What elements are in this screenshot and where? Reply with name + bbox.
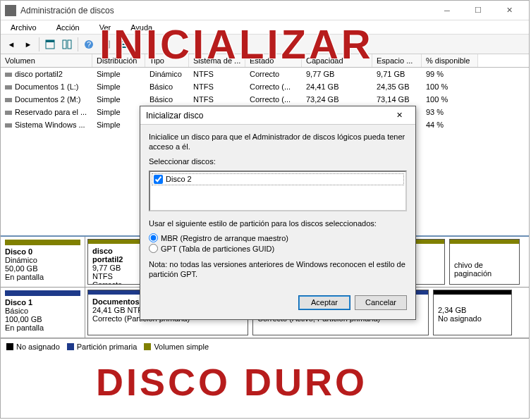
titlebar: Administración de discos ─ ☐ ✕: [1, 1, 529, 20]
minimize-button[interactable]: ─: [432, 1, 463, 20]
col-distribucion[interactable]: Distribución: [92, 54, 145, 67]
window-title: Administración de discos: [20, 6, 432, 16]
mbr-radio[interactable]: MBR (Registro de arranque maestro): [149, 233, 407, 243]
back-icon[interactable]: ◄: [4, 37, 19, 52]
partition-style-label: Usar el siguiente estilo de partición pa…: [149, 218, 407, 228]
settings-icon[interactable]: [98, 37, 114, 52]
maximize-button[interactable]: ☐: [463, 1, 494, 20]
svg-rect-3: [68, 40, 71, 49]
col-capacidad[interactable]: Capacidad: [302, 54, 372, 67]
cancel-button[interactable]: Cancelar: [355, 295, 407, 310]
svg-rect-2: [63, 40, 66, 49]
svg-text:?: ?: [87, 40, 91, 49]
col-sistema[interactable]: Sistema de ...: [189, 54, 245, 67]
disk2-checkbox[interactable]: [154, 175, 163, 184]
col-pct[interactable]: % disponible: [422, 54, 478, 67]
svg-rect-6: [102, 41, 109, 48]
table-row[interactable]: Documentos 1 (L:)SimpleBásicoNTFSCorrect…: [1, 80, 529, 93]
col-tipo[interactable]: Tipo: [145, 54, 189, 67]
menu-ayuda[interactable]: Ayuda: [125, 23, 158, 32]
close-button[interactable]: ✕: [494, 1, 525, 20]
menu-ver[interactable]: Ver: [94, 23, 117, 32]
ok-button[interactable]: Aceptar: [298, 295, 350, 310]
disk-name: Disco 0: [5, 247, 80, 256]
help-icon[interactable]: ?: [81, 37, 97, 52]
col-volumen[interactable]: Volumen: [1, 54, 92, 67]
view-icon[interactable]: [42, 37, 58, 52]
toolbar: ◄ ► ?: [1, 35, 529, 54]
table-row[interactable]: disco portatil2SimpleDinámicoNTFSCorrect…: [1, 68, 529, 80]
dialog-close-icon[interactable]: ✕: [389, 111, 410, 120]
table-row[interactable]: Documentos 2 (M:)SimpleBásicoNTFSCorrect…: [1, 93, 529, 106]
dialog-title: Inicializar disco: [146, 111, 389, 121]
forward-icon[interactable]: ►: [20, 37, 36, 52]
partition[interactable]: chivo de paginación: [449, 239, 520, 285]
svg-rect-1: [46, 40, 54, 42]
menu-archivo[interactable]: Archivo: [5, 23, 42, 32]
dialog-intro: Inicialice un disco para que el Administ…: [149, 132, 407, 152]
list-icon[interactable]: [115, 37, 130, 52]
select-disks-label: Seleccionar discos:: [149, 156, 407, 166]
overlay-text-bottom: DISCO DURO: [96, 360, 367, 404]
menu-accion[interactable]: Acción: [51, 23, 85, 32]
app-icon: [5, 5, 16, 16]
refresh-icon[interactable]: [59, 37, 75, 52]
dialog-note: Nota: no todas las versiones anteriores …: [149, 259, 407, 280]
col-espacio[interactable]: Espacio ...: [372, 54, 422, 67]
initialize-disk-dialog: Inicializar disco ✕ Inicialice un disco …: [140, 106, 416, 320]
disk-checkbox-item[interactable]: Disco 2: [152, 173, 404, 185]
disk-list: Disco 2: [149, 171, 407, 211]
col-estado[interactable]: Estado: [245, 54, 302, 67]
legend: No asignado Partición primaria Volumen s…: [1, 338, 529, 354]
disk-name: Disco 1: [5, 298, 80, 307]
gpt-radio[interactable]: GPT (Tabla de particiones GUID): [149, 243, 407, 254]
menubar: Archivo Acción Ver Ayuda: [1, 20, 529, 35]
partition-unallocated[interactable]: 2,34 GB No asignado: [433, 290, 512, 335]
